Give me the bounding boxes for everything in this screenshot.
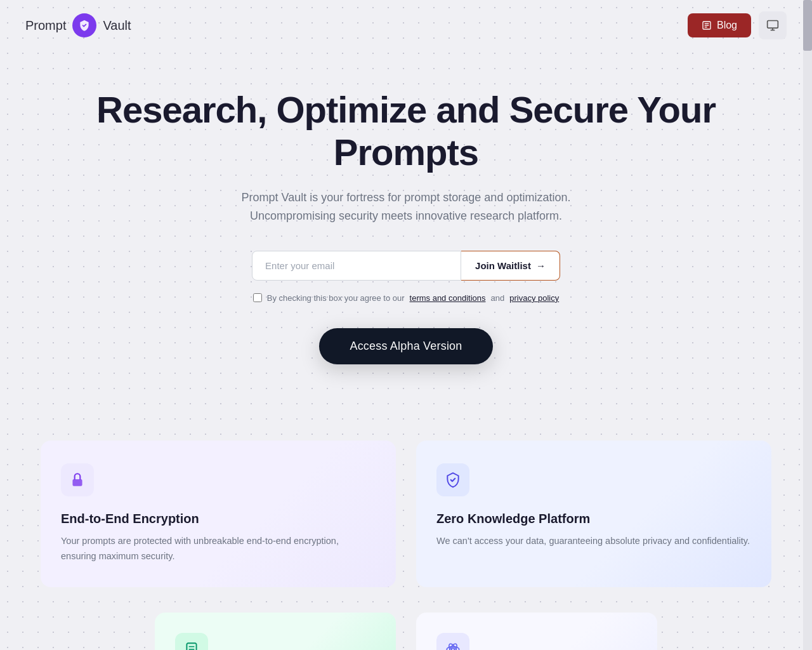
lock-icon <box>69 472 86 488</box>
bottom-card-atom <box>416 613 657 650</box>
feature-card-zero-knowledge: Zero Knowledge Platform We can't access … <box>416 441 771 587</box>
feature-card-encryption: End-to-End Encryption Your prompts are p… <box>41 441 396 587</box>
scrollbar-thumb[interactable] <box>803 0 812 51</box>
email-form: Join Waitlist → <box>25 251 787 281</box>
zero-knowledge-title: Zero Knowledge Platform <box>436 512 751 526</box>
bottom-card-document <box>155 613 396 650</box>
blog-icon <box>702 20 712 30</box>
svg-point-12 <box>452 648 454 650</box>
zero-knowledge-icon-box <box>436 463 469 496</box>
scrollbar[interactable] <box>803 0 812 650</box>
hero-title: Research, Optimize and Secure Your Promp… <box>25 89 787 173</box>
terms-checkbox[interactable] <box>253 293 262 302</box>
features-row: End-to-End Encryption Your prompts are p… <box>0 441 812 613</box>
encryption-title: End-to-End Encryption <box>61 512 376 526</box>
encryption-desc: Your prompts are protected with unbreaka… <box>61 534 376 564</box>
atom-icon <box>445 641 461 650</box>
privacy-policy-link[interactable]: privacy policy <box>509 293 559 303</box>
terms-link[interactable]: terms and conditions <box>410 293 486 303</box>
monitor-icon <box>766 19 779 32</box>
monitor-button[interactable] <box>759 11 787 39</box>
zero-knowledge-desc: We can't access your data, guaranteeing … <box>436 534 751 549</box>
atom-icon-box <box>436 633 469 650</box>
nav-right: Blog <box>688 11 787 39</box>
svg-rect-7 <box>72 479 82 486</box>
bottom-cards-row <box>0 613 812 650</box>
document-icon-box <box>175 633 208 650</box>
blog-button[interactable]: Blog <box>688 13 751 37</box>
hero-subtitle: Prompt Vault is your fortress for prompt… <box>25 189 787 225</box>
logo: Prompt Vault <box>25 13 131 37</box>
join-waitlist-button[interactable]: Join Waitlist → <box>461 251 560 281</box>
navbar: Prompt Vault Blog <box>0 0 812 51</box>
logo-prompt-text: Prompt <box>25 18 66 33</box>
hero-section: Research, Optimize and Secure Your Promp… <box>0 51 812 441</box>
shield-check-icon <box>445 472 461 488</box>
access-alpha-button[interactable]: Access Alpha Version <box>319 328 492 364</box>
document-icon <box>183 641 200 650</box>
encryption-icon-box <box>61 463 94 496</box>
logo-vault-text: Vault <box>103 18 131 33</box>
svg-rect-4 <box>768 21 778 29</box>
email-input[interactable] <box>252 251 461 281</box>
terms-row: By checking this box you agree to our te… <box>25 293 787 303</box>
logo-shield-icon <box>72 13 96 37</box>
